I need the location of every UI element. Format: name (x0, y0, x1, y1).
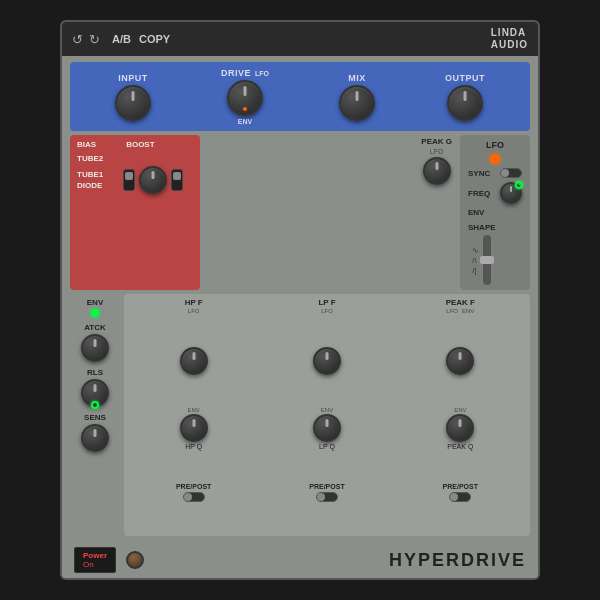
power-display: Power On (74, 547, 116, 573)
atck-knob[interactable] (81, 334, 109, 362)
sync-label: SYNC (468, 169, 496, 178)
peak-q-knob-row: ENV PEAK Q (395, 407, 526, 481)
peak-f-mini-labels: LFO ENV (446, 308, 474, 314)
power-label: Power (83, 551, 107, 560)
peak-q-mini-labels: ENV (454, 407, 466, 413)
input-knob[interactable] (115, 85, 151, 121)
output-label: OUTPUT (445, 73, 485, 83)
hp-q-knob-row: ENV HP Q (128, 407, 259, 481)
lfo-env-label: ENV (468, 208, 522, 217)
undo-icon[interactable]: ↺ (72, 33, 83, 46)
hp-pre-post-cell: PRE/POST (128, 483, 259, 533)
drive-knob[interactable] (227, 80, 263, 116)
dist-knob-row: TUBE1 DIODE (77, 166, 193, 194)
filter-grid: HP F LFO LP F LFO PEAK F LFO ENV (124, 294, 530, 536)
rls-label: RLS (87, 368, 103, 377)
drive-group: DRIVE LFO ENV (221, 68, 269, 125)
drive-knob-indicator (243, 107, 247, 111)
hp-q-label: HP Q (185, 443, 202, 450)
hp-f-mini-labels: LFO (188, 308, 200, 314)
mix-group: MIX (339, 73, 375, 121)
lp-q-mini-labels: ENV (321, 407, 333, 413)
input-group: INPUT (115, 73, 151, 121)
peak-f-header: PEAK F LFO ENV (395, 298, 526, 345)
peak-q-knob[interactable] (446, 414, 474, 442)
sync-toggle[interactable] (500, 168, 522, 178)
redo-icon[interactable]: ↻ (89, 33, 100, 46)
drive-label: DRIVE (221, 68, 251, 78)
hp-q-knob[interactable] (180, 414, 208, 442)
ab-button[interactable]: A/B (112, 33, 131, 45)
sens-label: SENS (84, 413, 106, 422)
boost-toggle[interactable] (171, 169, 183, 191)
peak-g-section: PEAK G LFO (421, 135, 452, 185)
lp-q-label: LP Q (319, 443, 335, 450)
peak-pre-post-toggle[interactable] (449, 492, 471, 502)
tube1-label: TUBE1 (77, 170, 115, 179)
peak-pre-post-label: PRE/POST (443, 483, 478, 490)
atck-label: ATCK (84, 323, 106, 332)
hp-f-knob-row (128, 347, 259, 406)
shape-slider[interactable] (483, 235, 491, 285)
mix-knob[interactable] (339, 85, 375, 121)
tube1-row: TUBE1 (77, 170, 115, 179)
freq-label: FREQ (468, 189, 496, 198)
middle-section: BIAS BOOST TUBE2 TUBE1 DIODE (70, 135, 530, 290)
shape-slider-thumb (480, 256, 494, 264)
lfo-led (490, 154, 500, 164)
peak-g-label: PEAK G (421, 137, 452, 146)
peak-f-env-label: ENV (462, 308, 474, 314)
peak-q-label: PEAK Q (447, 443, 473, 450)
shape-label: SHAPE (468, 223, 496, 232)
freq-knob[interactable] (500, 182, 522, 204)
tube2-label: TUBE2 (77, 154, 115, 163)
lp-pre-post-toggle[interactable] (316, 492, 338, 502)
sens-knob[interactable] (81, 424, 109, 452)
peak-f-title: PEAK F (446, 298, 475, 307)
mode-toggle[interactable] (123, 169, 135, 191)
peak-f-knob[interactable] (446, 347, 474, 375)
freq-row: FREQ (468, 182, 522, 204)
hp-pre-post-toggle[interactable] (183, 492, 205, 502)
shape-sine-icon: ∿ (472, 246, 479, 255)
hp-q-env-label: ENV (187, 407, 199, 413)
mix-label: MIX (348, 73, 366, 83)
brand-logo: LINDA AUDIO (491, 27, 528, 51)
hp-pre-post-label: PRE/POST (176, 483, 211, 490)
top-bar: ↺ ↻ A/B COPY LINDA AUDIO (62, 22, 538, 56)
lp-pre-post-cell: PRE/POST (261, 483, 392, 533)
hyperdrive-brand: HYPERDRIVE (389, 550, 526, 571)
hp-q-mini-labels: ENV (187, 407, 199, 413)
hp-f-header: HP F LFO (128, 298, 259, 345)
peak-g-row: PEAK G LFO (204, 135, 456, 185)
power-led[interactable] (126, 551, 144, 569)
output-knob[interactable] (447, 85, 483, 121)
plugin-container: ↺ ↻ A/B COPY LINDA AUDIO INPUT DRIVE LFO… (60, 20, 540, 580)
top-icons: ↺ ↻ (72, 33, 100, 46)
mid-right: PEAK G LFO (204, 135, 456, 290)
env-label: ENV (87, 298, 103, 307)
sync-row: SYNC (468, 168, 522, 178)
drive-env-label: ENV (238, 118, 252, 125)
rls-knob[interactable] (81, 379, 109, 407)
peak-g-knob[interactable] (423, 157, 451, 185)
power-on-label: On (83, 560, 94, 569)
power-led-group (126, 551, 144, 569)
lp-q-env-label: ENV (321, 407, 333, 413)
shape-saw-icon: /| (472, 266, 476, 275)
input-section: INPUT DRIVE LFO ENV MIX OUTPUT (70, 62, 530, 131)
copy-button[interactable]: COPY (139, 33, 170, 45)
output-group: OUTPUT (445, 73, 485, 121)
rls-group: RLS (81, 368, 109, 407)
tube2-row: TUBE2 (77, 154, 193, 163)
bottom-bar: Power On HYPERDRIVE (62, 542, 538, 578)
lp-q-knob[interactable] (313, 414, 341, 442)
bias-header: BIAS (77, 140, 96, 149)
peak-pre-post-cell: PRE/POST (395, 483, 526, 533)
lp-f-knob[interactable] (313, 347, 341, 375)
boost-header: BOOST (126, 140, 154, 149)
bias-knob[interactable] (139, 166, 167, 194)
hp-f-knob[interactable] (180, 347, 208, 375)
env-led (91, 309, 99, 317)
lp-f-mini-labels: LFO (321, 308, 333, 314)
